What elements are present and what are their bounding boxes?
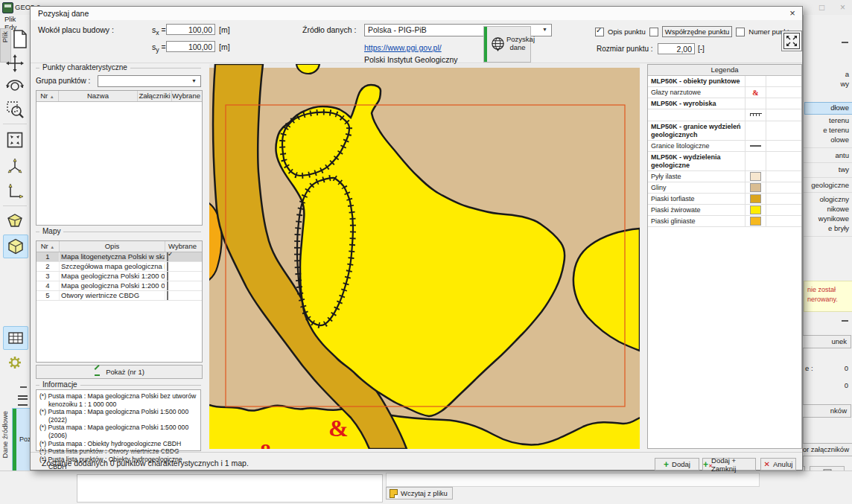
collapse-dash-icon[interactable] xyxy=(842,42,848,43)
frame-item[interactable]: wy xyxy=(840,80,849,88)
row-checkbox[interactable] xyxy=(167,272,168,281)
plus-close-icon: +✕ xyxy=(703,461,708,468)
legend-label xyxy=(648,109,746,121)
sy-input[interactable]: 100,00 xyxy=(166,41,215,52)
frame-active-stripe xyxy=(13,409,16,471)
axes-3d-icon[interactable] xyxy=(3,155,27,177)
menubar[interactable]: Plik Edy xyxy=(0,15,30,27)
maps-table-header: Nr ▲ Opis Wybrane xyxy=(36,241,202,252)
bottom-text-area[interactable] xyxy=(77,474,383,503)
frame-item[interactable]: e bryły xyxy=(828,224,849,232)
dialog-titlebar[interactable]: Pozyskaj dane × xyxy=(31,7,802,21)
table-row[interactable]: 3 Mapa geologiczna Polski 1:200 000 - za… xyxy=(36,272,202,281)
collapse-dash-icon[interactable] xyxy=(842,320,848,322)
points-table[interactable]: Nr ▲ Nazwa Załączniki Wybrane xyxy=(36,90,203,226)
settings-gear-icon[interactable] xyxy=(3,351,27,374)
load-file-icon xyxy=(390,489,398,498)
dialog-close-icon[interactable]: × xyxy=(786,7,799,19)
plus-icon: + xyxy=(664,461,669,468)
maps-table[interactable]: Nr ▲ Opis Wybrane 1 Mapa litogenetyczna … xyxy=(36,240,203,363)
panel-separator xyxy=(804,147,852,148)
frame-item[interactable]: geologiczne xyxy=(811,181,849,189)
view-iso-icon[interactable] xyxy=(3,235,28,258)
sy-unit: [m] xyxy=(219,42,230,51)
row-checkbox[interactable]: ✓ xyxy=(167,252,168,261)
app-window: GEO5 2 □ × Plik Edy Plik xyxy=(0,0,852,504)
wspolrzedne-checkbox[interactable] xyxy=(649,28,658,36)
color-swatch xyxy=(750,172,761,181)
table-row[interactable]: 1 Mapa litogenetyczna Polski w skali 1:5… xyxy=(36,252,202,262)
frame-button-pozyskaj[interactable]: Poz xyxy=(12,408,31,472)
frame-item[interactable]: antu xyxy=(836,151,850,159)
legend-label: Piaski torfiaste xyxy=(648,194,746,204)
warning-box: nie został nerowany. xyxy=(804,281,852,312)
table-icon[interactable] xyxy=(3,326,28,350)
info-item: (*) Pusta mapa : Obiekty hydrogeologiczn… xyxy=(39,440,199,448)
add-close-button[interactable]: +✕ Dodaj + Zamknij xyxy=(702,458,756,470)
app-logo-icon xyxy=(2,2,13,13)
warning-line: nie został xyxy=(807,286,836,293)
sx-input[interactable]: 100,00 xyxy=(166,24,215,35)
frame-item[interactable]: nikowe xyxy=(827,205,849,213)
numer-punktu-checkbox[interactable] xyxy=(736,28,745,36)
collapse-dash-icon[interactable] xyxy=(20,386,27,388)
fetch-data-label: Pozyskaj dane xyxy=(506,35,529,51)
frame-item[interactable]: twy xyxy=(839,165,849,173)
geological-map[interactable]: & & xyxy=(209,64,640,449)
fetch-data-button[interactable]: Pozyskaj dane xyxy=(483,26,531,63)
table-row[interactable]: 2 Szczegółowa mapa geologiczna Polski 1:… xyxy=(36,262,202,272)
legend-section: MLP50K - wyrobiska xyxy=(648,98,746,109)
orbit-icon[interactable] xyxy=(3,75,27,98)
pgi-link[interactable]: https://www.pgi.gov.pl/ xyxy=(364,43,442,52)
row-checkbox[interactable] xyxy=(167,291,168,300)
view-front-icon[interactable] xyxy=(3,209,27,232)
boulder-symbol: & xyxy=(258,438,278,449)
new-file-icon[interactable] xyxy=(12,30,28,49)
bottom-field[interactable] xyxy=(386,473,760,487)
fullscreen-button[interactable] xyxy=(781,31,802,51)
count-value: 0 xyxy=(845,364,848,372)
row-checkbox[interactable] xyxy=(167,262,168,271)
add-button[interactable]: + Dodaj xyxy=(655,458,699,470)
dane-zrodlowe-tab[interactable]: Dane źródłowe xyxy=(1,411,9,458)
pan-icon[interactable] xyxy=(3,52,27,74)
color-swatch xyxy=(750,205,761,214)
frame-item[interactable]: ologiczny xyxy=(819,195,849,203)
frame-item[interactable]: e terenu xyxy=(823,126,849,134)
table-row[interactable]: 5 Otwory wiertnicze CBDG xyxy=(36,291,202,301)
opis-punktu-label: Opis punktu xyxy=(608,28,646,36)
dialog-params: Wokół placu budowy : sx = 100,00 [m] sy … xyxy=(31,20,802,63)
table-row[interactable]: 4 Mapa geologiczna Polski 1:200 000 - od… xyxy=(36,281,202,291)
legend-label: Piaski gliniaste xyxy=(648,216,746,226)
point-size-input[interactable]: 2,00 xyxy=(658,43,695,54)
warning-line: nerowany. xyxy=(807,296,838,303)
frame-item[interactable]: olowe xyxy=(830,135,849,144)
point-group-select[interactable]: ▼ xyxy=(98,75,201,87)
row-checkbox[interactable] xyxy=(167,281,168,290)
axes-2d-icon[interactable] xyxy=(3,180,27,202)
frames-panel: a wy dłowe terenu e terenu olowe antu tw… xyxy=(803,15,852,470)
count-value: 0 xyxy=(845,381,848,389)
frame-item[interactable]: terenu xyxy=(829,116,849,124)
frame-item-active[interactable]: dłowe xyxy=(804,102,852,115)
menu-plik[interactable]: Plik xyxy=(4,15,16,23)
close-window-icon[interactable]: × xyxy=(840,2,845,13)
legend-label: Granice litologiczne xyxy=(648,141,746,151)
fit-screen-icon[interactable] xyxy=(3,129,27,151)
sx-label: sx = xyxy=(152,25,166,36)
load-file-label: Wczytaj z pliku xyxy=(401,489,448,497)
zoom-select-icon[interactable] xyxy=(3,98,27,121)
show-map-button[interactable]: Pokaż (nr 1) xyxy=(36,365,203,379)
frame-item[interactable]: a xyxy=(845,70,849,78)
frame-item[interactable]: wynikowe xyxy=(818,214,849,223)
maximize-icon[interactable]: □ xyxy=(819,2,824,13)
globe-icon xyxy=(490,36,506,52)
opis-punktu-checkbox[interactable]: ✓ xyxy=(595,28,604,36)
frame-list-icon[interactable] xyxy=(18,395,28,406)
file-tab-label: Plik xyxy=(1,31,9,42)
load-from-file-button[interactable]: Wczytaj z pliku xyxy=(386,487,453,500)
map-legend: Legenda MLP50K - obiekty punktowe Głazy … xyxy=(647,64,802,449)
point-size-label: Rozmiar punktu : xyxy=(597,45,653,53)
cancel-button[interactable]: ✕ Anuluj xyxy=(760,458,796,470)
active-stripe xyxy=(484,27,487,62)
